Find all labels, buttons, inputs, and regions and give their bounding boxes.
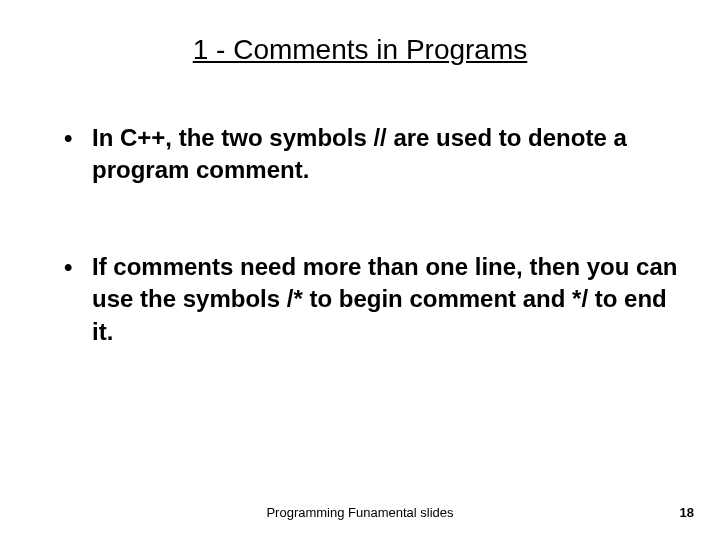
slide-title: 1 - Comments in Programs [40, 34, 680, 66]
footer-center-text: Programming Funamental slides [0, 505, 720, 520]
list-item: In C++, the two symbols // are used to d… [64, 122, 680, 187]
slide: 1 - Comments in Programs In C++, the two… [0, 0, 720, 540]
bullet-list: In C++, the two symbols // are used to d… [40, 122, 680, 348]
list-item: If comments need more than one line, the… [64, 251, 680, 348]
page-number: 18 [680, 505, 694, 520]
